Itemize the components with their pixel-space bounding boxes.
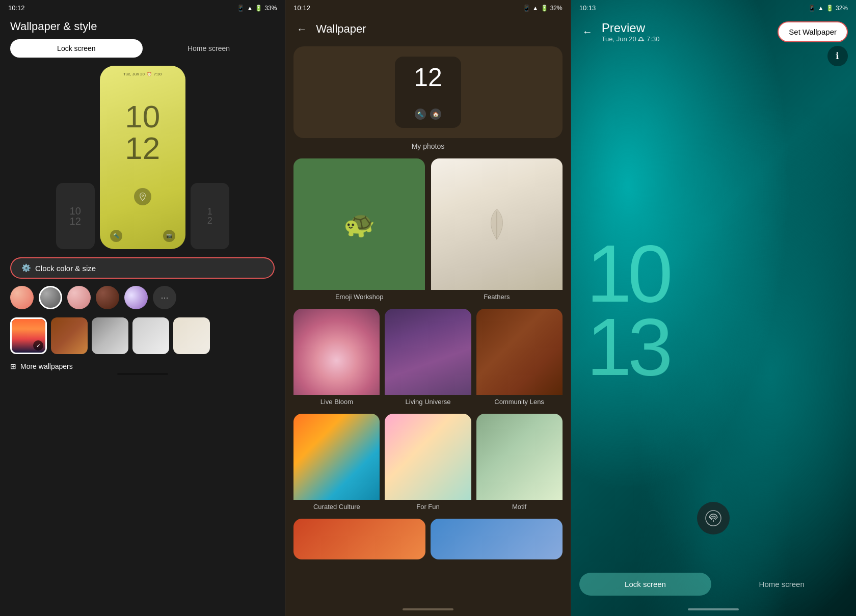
- status-icons-1: 📱 ▲ 🔋 33%: [237, 5, 277, 12]
- thumb-gray[interactable]: [92, 317, 128, 354]
- status-bar-1: 10:12 📱 ▲ 🔋 33%: [0, 0, 285, 16]
- swatch-5[interactable]: [124, 286, 148, 309]
- panel-wallpaper-style: 10:12 📱 ▲ 🔋 33% Wallpaper & style Lock s…: [0, 0, 285, 616]
- flash-icon: 🔦: [415, 109, 426, 120]
- curated-culture-item[interactable]: Curated Culture: [293, 414, 380, 513]
- preview-header: ← Preview Tue, Jun 20 🕰 7:30 Set Wallpap…: [571, 16, 856, 48]
- curated-culture-label: Curated Culture: [293, 503, 380, 513]
- color-swatches: ···: [0, 286, 285, 309]
- wallpaper-grid-row3: Curated Culture For Fun Motif: [293, 414, 562, 513]
- community-lens-item[interactable]: Community Lens: [476, 309, 563, 408]
- thumb-sunset[interactable]: ✓: [10, 317, 47, 354]
- for-fun-item[interactable]: For Fun: [385, 414, 471, 513]
- wallpaper-partial-row: [293, 519, 562, 564]
- live-bloom-item[interactable]: Live Bloom: [293, 309, 380, 408]
- more-colors-button[interactable]: ···: [153, 286, 176, 309]
- swatch-1[interactable]: [10, 286, 34, 309]
- motif-item[interactable]: Motif: [476, 414, 563, 513]
- back-button-2[interactable]: ←: [293, 21, 310, 37]
- fingerprint-button[interactable]: [697, 502, 730, 534]
- preview-clock: 10 13: [571, 48, 856, 573]
- partial-item-b[interactable]: [431, 519, 563, 559]
- preview-header-left: ← Preview Tue, Jun 20 🕰 7:30: [579, 21, 660, 43]
- preview-title: Preview: [602, 21, 660, 35]
- for-fun-label: For Fun: [385, 503, 471, 513]
- battery-icon-3: 🔋: [826, 5, 834, 12]
- wifi-icon-3: ▲: [818, 5, 824, 12]
- clock-preview-thumb: 12 🔦 🏠: [395, 57, 461, 128]
- tab-home-screen-1[interactable]: Home screen: [143, 39, 275, 58]
- preview-content: 10:13 📱 ▲ 🔋 32% ← Preview Tue, Jun 20 🕰 …: [571, 0, 856, 616]
- phone-icon: 📱: [237, 5, 245, 12]
- phone-preview-right: 12: [191, 183, 229, 249]
- home-icon: 🏠: [430, 109, 441, 120]
- wallpaper-scroll[interactable]: 12 🔦 🏠 My photos 🐢 Emoji Workshop: [285, 42, 570, 606]
- gear-icon: ⚙️: [21, 263, 31, 273]
- my-photos-preview[interactable]: 12 🔦 🏠: [293, 46, 562, 138]
- grid-icon: ⊞: [10, 362, 16, 370]
- wallpaper-grid-row1: 🐢 Emoji Workshop Feathers: [293, 158, 562, 303]
- nav-bar-3: [571, 606, 856, 616]
- community-lens-thumb: [476, 309, 563, 395]
- phone-bottom-icons: 🔦 📷: [105, 230, 180, 242]
- time-1: 10:12: [8, 4, 25, 12]
- nav-bar-1: [0, 370, 285, 381]
- page-title-1: Wallpaper & style: [0, 16, 285, 39]
- live-bloom-label: Live Bloom: [293, 398, 380, 408]
- status-bar-2: 10:12 📱 ▲ 🔋 32%: [285, 0, 570, 16]
- phone-clock-large: 10 12: [125, 101, 160, 164]
- info-button[interactable]: ℹ: [827, 46, 848, 66]
- swatch-4[interactable]: [96, 286, 119, 309]
- nav-pill-1: [117, 373, 168, 375]
- curated-culture-thumb: [293, 414, 380, 500]
- feathers-item[interactable]: Feathers: [431, 158, 563, 303]
- time-2: 10:12: [293, 4, 310, 12]
- panel2-header: ← Wallpaper: [285, 16, 570, 42]
- phone-preview-main: Tue, Jun 20 ⏰ 7:30 10 12 🔦 📷: [100, 66, 185, 249]
- status-icons-2: 📱 ▲ 🔋 32%: [523, 5, 563, 12]
- phone-top-info: Tue, Jun 20 ⏰ 7:30: [123, 72, 162, 76]
- emoji-workshop-thumb: 🐢: [293, 158, 425, 290]
- live-bloom-thumb: [293, 309, 380, 395]
- partial-item-a[interactable]: [293, 519, 425, 559]
- clock-color-size-button[interactable]: ⚙️ Clock color & size: [10, 257, 275, 279]
- living-universe-label: Living Universe: [385, 398, 471, 408]
- battery-pct-1: 33%: [264, 5, 277, 12]
- my-photos-label: My photos: [293, 142, 562, 150]
- for-fun-thumb: [385, 414, 471, 500]
- wallpaper-thumbnails: ✓: [0, 317, 285, 354]
- wifi-icon-2: ▲: [532, 5, 539, 12]
- preview-tab-home-screen[interactable]: Home screen: [715, 573, 848, 596]
- feathers-label: Feathers: [431, 293, 563, 303]
- swatch-2[interactable]: [39, 286, 62, 309]
- preview-subtitle: Tue, Jun 20 🕰 7:30: [602, 35, 660, 43]
- preview-row: 1012 Tue, Jun 20 ⏰ 7:30 10 12 🔦 📷: [0, 66, 285, 249]
- battery-pct-3: 32%: [836, 5, 848, 12]
- swatch-3[interactable]: [67, 286, 91, 309]
- panel2-title: Wallpaper: [316, 22, 366, 36]
- nav-pill-3: [688, 608, 739, 610]
- battery-icon-2: 🔋: [541, 5, 548, 12]
- battery-pct-2: 32%: [550, 5, 563, 12]
- thumb-feather[interactable]: [173, 317, 210, 354]
- back-button-3[interactable]: ←: [579, 24, 596, 40]
- living-universe-item[interactable]: Living Universe: [385, 309, 471, 408]
- panel-preview: 10:13 📱 ▲ 🔋 32% ← Preview Tue, Jun 20 🕰 …: [571, 0, 856, 616]
- thumb-white[interactable]: [132, 317, 169, 354]
- phone-preview-left: 1012: [56, 183, 95, 249]
- more-wallpapers-button[interactable]: ⊞ More wallpapers: [0, 362, 285, 370]
- flashlight-icon: 🔦: [110, 230, 122, 242]
- preview-bottom-tabs: Lock screen Home screen: [579, 573, 848, 596]
- emoji-workshop-item[interactable]: 🐢 Emoji Workshop: [293, 158, 425, 303]
- checkmark-icon: ✓: [33, 340, 43, 351]
- phone-icon-2: 📱: [523, 5, 530, 12]
- nav-pill-2: [403, 608, 453, 610]
- status-bar-3: 10:13 📱 ▲ 🔋 32%: [571, 0, 856, 16]
- emoji-workshop-label: Emoji Workshop: [293, 293, 425, 303]
- feathers-thumb: [431, 158, 563, 290]
- preview-tab-lock-screen[interactable]: Lock screen: [579, 573, 712, 596]
- turtle-icon: 🐢: [343, 211, 375, 237]
- set-wallpaper-button[interactable]: Set Wallpaper: [778, 21, 848, 42]
- thumb-brown[interactable]: [51, 317, 88, 354]
- tab-lock-screen-1[interactable]: Lock screen: [10, 39, 143, 58]
